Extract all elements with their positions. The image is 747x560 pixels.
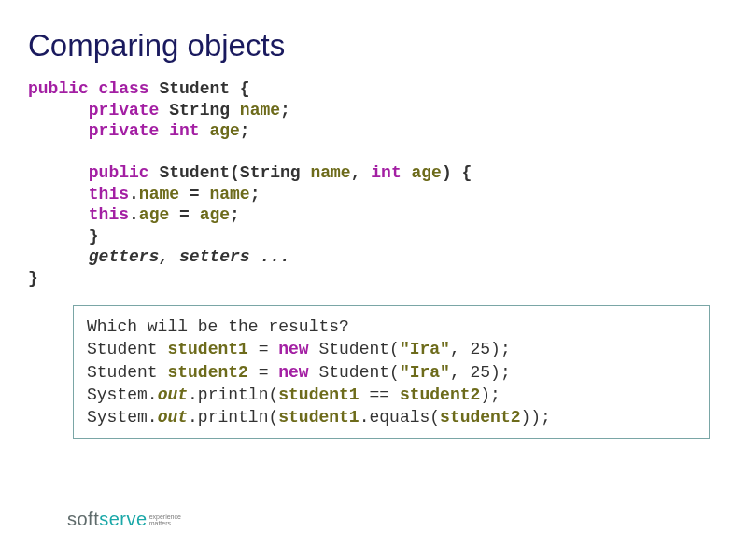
b1-type: Student bbox=[87, 340, 167, 358]
b4-s2: student2 bbox=[440, 408, 520, 427]
b4-out: out bbox=[158, 408, 188, 427]
dot-2: . bbox=[129, 205, 139, 224]
b1-eq: = bbox=[248, 340, 278, 358]
close-brace-1: } bbox=[89, 227, 99, 245]
ctor-open: ) { bbox=[442, 163, 472, 182]
code-block-main: public class Student { private String na… bbox=[0, 78, 747, 288]
b1-var: student1 bbox=[167, 340, 247, 358]
b3-sys: System. bbox=[87, 385, 158, 404]
this-age: age bbox=[139, 205, 169, 224]
kw-public-ctor: public bbox=[89, 163, 149, 182]
b2-eq: = bbox=[248, 363, 278, 382]
b3-println: .println( bbox=[188, 385, 278, 404]
question-box: Which will be the results? Student stude… bbox=[73, 305, 710, 439]
assign-age: age bbox=[200, 205, 230, 224]
b1-call: Student( bbox=[309, 340, 400, 358]
param-name: name bbox=[310, 163, 350, 182]
b2-new: new bbox=[278, 363, 308, 382]
semi-3: ; bbox=[250, 185, 261, 203]
getters-setters: getters, setters ... bbox=[89, 247, 290, 266]
txt-ctor-1: Student(String bbox=[149, 163, 311, 182]
slide-title: Comparing objects bbox=[0, 0, 747, 78]
var-name-decl: name bbox=[240, 101, 280, 119]
b2-end: , 25); bbox=[450, 363, 511, 382]
footer-logo: softserveexperiencematters bbox=[67, 509, 181, 530]
txt-string: String bbox=[159, 101, 239, 119]
logo-soft: soft bbox=[67, 509, 99, 529]
b1-end: , 25); bbox=[450, 340, 511, 358]
semi-2: ; bbox=[240, 121, 250, 140]
b4-println: .println( bbox=[188, 408, 278, 427]
b4-end: )); bbox=[521, 408, 551, 427]
dot-1: . bbox=[129, 185, 139, 203]
kw-this-2: this bbox=[89, 205, 129, 224]
b2-call: Student( bbox=[309, 363, 400, 382]
this-name: name bbox=[139, 185, 179, 203]
b3-end: ); bbox=[480, 385, 500, 404]
logo-tagline: experiencematters bbox=[149, 513, 181, 528]
close-brace-2: } bbox=[28, 269, 38, 287]
txt-student-open: Student { bbox=[149, 79, 250, 98]
semi-1: ; bbox=[280, 101, 290, 119]
logo-serve: serve bbox=[99, 509, 147, 529]
kw-this-1: this bbox=[89, 185, 129, 203]
b4-sys: System. bbox=[87, 408, 158, 427]
kw-public-class: public class bbox=[28, 79, 149, 98]
b3-s1: student1 bbox=[278, 385, 359, 404]
b3-eqeq: == bbox=[359, 385, 400, 404]
assign-name: name bbox=[209, 185, 249, 203]
eq-1: = bbox=[179, 185, 209, 203]
kw-private-int: private int bbox=[89, 121, 210, 140]
b3-s2: student2 bbox=[400, 385, 480, 404]
eq-2: = bbox=[169, 205, 199, 224]
b4-equals: .equals( bbox=[359, 408, 440, 427]
kw-int: int bbox=[371, 163, 411, 182]
b3-out: out bbox=[158, 385, 188, 404]
b2-str: "Ira" bbox=[400, 363, 450, 382]
semi-4: ; bbox=[230, 205, 240, 224]
b1-str: "Ira" bbox=[400, 340, 450, 358]
b2-type: Student bbox=[87, 363, 167, 382]
var-age-decl: age bbox=[209, 121, 239, 140]
kw-private-1: private bbox=[89, 101, 160, 119]
b2-var: student2 bbox=[167, 363, 247, 382]
param-age: age bbox=[412, 163, 442, 182]
b4-s1: student1 bbox=[278, 408, 359, 427]
comma: , bbox=[351, 163, 372, 182]
b1-new: new bbox=[278, 340, 308, 358]
question-text: Which will be the results? bbox=[87, 317, 349, 336]
